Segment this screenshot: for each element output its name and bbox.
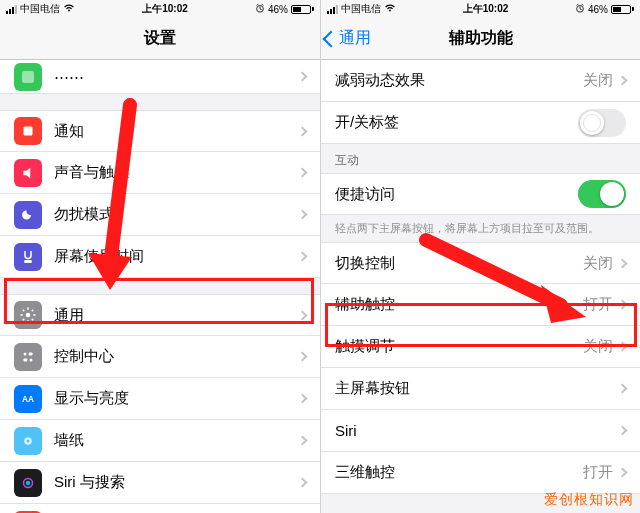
dnd-icon — [14, 201, 42, 229]
row-assistive-touch[interactable]: 辅助触控 打开 — [321, 284, 640, 326]
page-title: 设置 — [0, 28, 320, 49]
row-3d-touch[interactable]: 三维触控 打开 — [321, 452, 640, 494]
status-time: 上午10:02 — [396, 2, 575, 16]
status-bar: 中国电信 上午10:02 46% — [0, 0, 320, 18]
label: Siri — [335, 422, 619, 439]
label: 勿扰模式 — [54, 205, 299, 224]
notifications-icon — [14, 117, 42, 145]
value: 关闭 — [583, 254, 613, 273]
app-icon — [14, 63, 42, 91]
alarm-icon — [575, 3, 585, 15]
status-bar: 中国电信 上午10:02 46% — [321, 0, 640, 18]
label: 通知 — [54, 122, 299, 141]
chevron-icon — [298, 168, 308, 178]
label: 减弱动态效果 — [335, 71, 583, 90]
battery-pct: 46% — [268, 4, 288, 15]
value: 关闭 — [583, 71, 613, 90]
signal-icon — [6, 5, 17, 14]
battery-pct: 46% — [588, 4, 608, 15]
nav-bar: 通用 辅助功能 — [321, 18, 640, 60]
settings-row-touchid[interactable]: 触控 ID 与密码 — [0, 504, 320, 513]
svg-point-8 — [30, 358, 33, 361]
label: Siri 与搜索 — [54, 473, 299, 492]
svg-rect-2 — [24, 127, 33, 136]
settings-row-display[interactable]: AA 显示与亮度 — [0, 378, 320, 420]
chevron-icon — [298, 352, 308, 362]
chevron-icon — [618, 384, 628, 394]
chevron-icon — [298, 394, 308, 404]
svg-point-11 — [27, 439, 30, 442]
label: 辅助触控 — [335, 295, 583, 314]
svg-point-5 — [24, 352, 27, 355]
chevron-icon — [298, 310, 308, 320]
svg-rect-3 — [24, 260, 32, 263]
watermark: 爱创根知识网 — [544, 491, 634, 509]
settings-row-sounds[interactable]: 声音与触感 — [0, 152, 320, 194]
reachability-note: 轻点两下主屏幕按钮，将屏幕上方项目拉至可及范围。 — [321, 215, 640, 242]
toggle-reachability[interactable] — [578, 180, 626, 208]
label: ⋯⋯ — [54, 68, 299, 86]
value: 打开 — [583, 463, 613, 482]
label: 显示与亮度 — [54, 389, 299, 408]
label: 墙纸 — [54, 431, 299, 450]
control-center-icon — [14, 343, 42, 371]
settings-row-siri[interactable]: Siri 与搜索 — [0, 462, 320, 504]
battery-icon — [611, 5, 634, 14]
settings-row-general[interactable]: 通用 — [0, 294, 320, 336]
label: 三维触控 — [335, 463, 583, 482]
chevron-icon — [618, 426, 628, 436]
wallpaper-icon — [14, 427, 42, 455]
row-touch-accommodations[interactable]: 触摸调节 关闭 — [321, 326, 640, 368]
svg-text:AA: AA — [22, 395, 34, 404]
chevron-icon — [618, 342, 628, 352]
section-interaction: 互动 — [321, 144, 640, 173]
carrier-label: 中国电信 — [341, 2, 381, 16]
alarm-icon — [255, 3, 265, 15]
chevron-icon — [618, 258, 628, 268]
svg-rect-7 — [24, 358, 28, 361]
battery-icon — [291, 5, 314, 14]
settings-row-screentime[interactable]: 屏幕使用时间 — [0, 236, 320, 278]
back-button[interactable]: 通用 — [321, 28, 371, 49]
row-reduce-motion[interactable]: 减弱动态效果 关闭 — [321, 60, 640, 102]
value: 打开 — [583, 295, 613, 314]
carrier-label: 中国电信 — [20, 2, 60, 16]
settings-row-dnd[interactable]: 勿扰模式 — [0, 194, 320, 236]
row-siri[interactable]: Siri — [321, 410, 640, 452]
chevron-icon — [618, 468, 628, 478]
label: 触摸调节 — [335, 337, 583, 356]
wifi-icon — [384, 3, 396, 15]
settings-row-wallpaper[interactable]: 墙纸 — [0, 420, 320, 462]
value: 关闭 — [583, 337, 613, 356]
screen-settings: 中国电信 上午10:02 46% 设置 — [0, 0, 320, 513]
row-switch-control[interactable]: 切换控制 关闭 — [321, 242, 640, 284]
row-home-button[interactable]: 主屏幕按钮 — [321, 368, 640, 410]
settings-row-control-center[interactable]: 控制中心 — [0, 336, 320, 378]
label: 便捷访问 — [335, 185, 578, 204]
wifi-icon — [63, 3, 75, 15]
chevron-back-icon — [323, 30, 340, 47]
chevron-icon — [298, 252, 308, 262]
signal-icon — [327, 5, 338, 14]
chevron-icon — [298, 72, 308, 82]
screen-accessibility: 中国电信 上午10:02 46% 通用 辅助功能 — [320, 0, 640, 513]
label: 控制中心 — [54, 347, 299, 366]
settings-row-notifications[interactable]: 通知 — [0, 110, 320, 152]
chevron-icon — [298, 478, 308, 488]
row-reachability[interactable]: 便捷访问 — [321, 173, 640, 215]
general-icon — [14, 301, 42, 329]
svg-point-4 — [26, 313, 31, 318]
label: 开/关标签 — [335, 113, 578, 132]
toggle-on-off-labels[interactable] — [578, 109, 626, 137]
screentime-icon — [14, 243, 42, 271]
settings-row-truncated[interactable]: ⋯⋯ — [0, 60, 320, 94]
status-time: 上午10:02 — [75, 2, 255, 16]
row-on-off-labels[interactable]: 开/关标签 — [321, 102, 640, 144]
svg-point-13 — [26, 480, 31, 485]
label: 切换控制 — [335, 254, 583, 273]
svg-rect-1 — [22, 71, 34, 83]
chevron-icon — [298, 126, 308, 136]
chevron-icon — [618, 300, 628, 310]
chevron-icon — [298, 436, 308, 446]
chevron-icon — [298, 210, 308, 220]
